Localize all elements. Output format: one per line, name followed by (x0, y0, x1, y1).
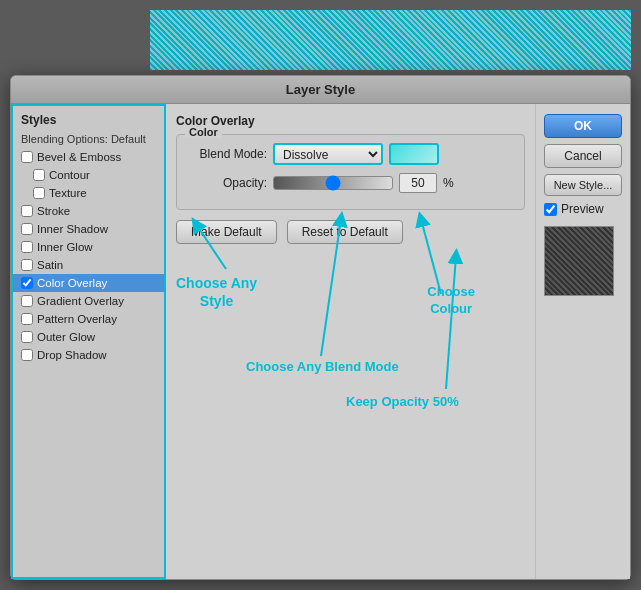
annotation-choose-blend: Choose Any Blend Mode (246, 359, 399, 376)
inner-glow-checkbox[interactable] (21, 241, 33, 253)
panel-item-color-overlay[interactable]: Color Overlay (13, 274, 164, 292)
layer-style-dialog: Layer Style Styles Blending Options: Def… (10, 75, 631, 580)
title-text: Layer Style (286, 82, 355, 97)
panel-item-inner-shadow[interactable]: Inner Shadow (13, 220, 164, 238)
cancel-button[interactable]: Cancel (544, 144, 622, 168)
color-swatch[interactable] (389, 143, 439, 165)
ok-button[interactable]: OK (544, 114, 622, 138)
preview-thumbnail (544, 226, 614, 296)
opacity-input[interactable] (399, 173, 437, 193)
drop-shadow-checkbox[interactable] (21, 349, 33, 361)
blend-mode-select[interactable]: Dissolve Normal Multiply Screen Overlay (273, 143, 383, 165)
preview-checkbox[interactable] (544, 203, 557, 216)
texture-checkbox[interactable] (33, 187, 45, 199)
group-box-label: Color (185, 126, 222, 138)
color-overlay-checkbox[interactable] (21, 277, 33, 289)
action-buttons: Make Default Reset to Default (176, 220, 525, 244)
section-title: Color Overlay (176, 114, 525, 128)
pct-label: % (443, 176, 454, 190)
annotation-keep-opacity: Keep Opacity 50% (346, 394, 459, 411)
color-group-box: Color Blend Mode: Dissolve Normal Multip… (176, 134, 525, 210)
pattern-overlay-checkbox[interactable] (21, 313, 33, 325)
panel-item-outer-glow[interactable]: Outer Glow (13, 328, 164, 346)
dialog-title: Layer Style (11, 76, 630, 104)
panel-item-texture[interactable]: Texture (13, 184, 164, 202)
inner-shadow-checkbox[interactable] (21, 223, 33, 235)
panel-item-pattern-overlay[interactable]: Pattern Overlay (13, 310, 164, 328)
panel-item-bevel[interactable]: Bevel & Emboss (13, 148, 164, 166)
panel-item-stroke[interactable]: Stroke (13, 202, 164, 220)
preview-label: Preview (544, 202, 622, 216)
right-buttons-panel: OK Cancel New Style... Preview (535, 104, 630, 579)
styles-label: Styles (13, 110, 164, 130)
annotation-choose-colour: ChooseColour (427, 284, 475, 318)
opacity-row: Opacity: % (187, 173, 514, 193)
gradient-overlay-checkbox[interactable] (21, 295, 33, 307)
left-panel: Styles Blending Options: Default Bevel &… (11, 104, 166, 579)
new-style-button[interactable]: New Style... (544, 174, 622, 196)
blend-mode-row: Blend Mode: Dissolve Normal Multiply Scr… (187, 143, 514, 165)
top-banner (150, 10, 631, 70)
satin-checkbox[interactable] (21, 259, 33, 271)
annotation-choose-style: Choose AnyStyle (176, 274, 257, 310)
panel-item-inner-glow[interactable]: Inner Glow (13, 238, 164, 256)
main-content-area: Color Overlay Color Blend Mode: Dissolve… (166, 104, 535, 579)
outer-glow-checkbox[interactable] (21, 331, 33, 343)
opacity-slider[interactable] (273, 176, 393, 190)
stroke-checkbox[interactable] (21, 205, 33, 217)
contour-checkbox[interactable] (33, 169, 45, 181)
panel-item-drop-shadow[interactable]: Drop Shadow (13, 346, 164, 364)
blend-mode-label: Blend Mode: (187, 147, 267, 161)
panel-item-gradient-overlay[interactable]: Gradient Overlay (13, 292, 164, 310)
panel-item-contour[interactable]: Contour (13, 166, 164, 184)
panel-item-blending[interactable]: Blending Options: Default (13, 130, 164, 148)
svg-line-2 (446, 256, 456, 389)
opacity-label: Opacity: (187, 176, 267, 190)
reset-to-default-button[interactable]: Reset to Default (287, 220, 403, 244)
bevel-checkbox[interactable] (21, 151, 33, 163)
make-default-button[interactable]: Make Default (176, 220, 277, 244)
panel-item-satin[interactable]: Satin (13, 256, 164, 274)
